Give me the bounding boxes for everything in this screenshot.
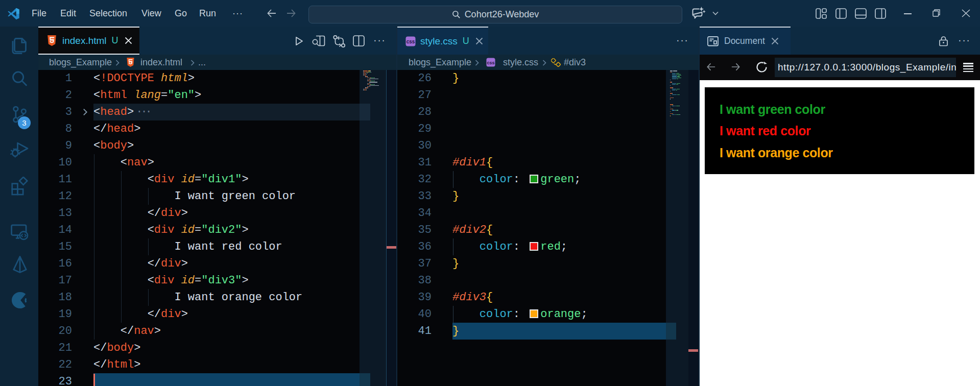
svg-text:css: css xyxy=(487,60,494,65)
svg-text:css: css xyxy=(407,39,415,44)
